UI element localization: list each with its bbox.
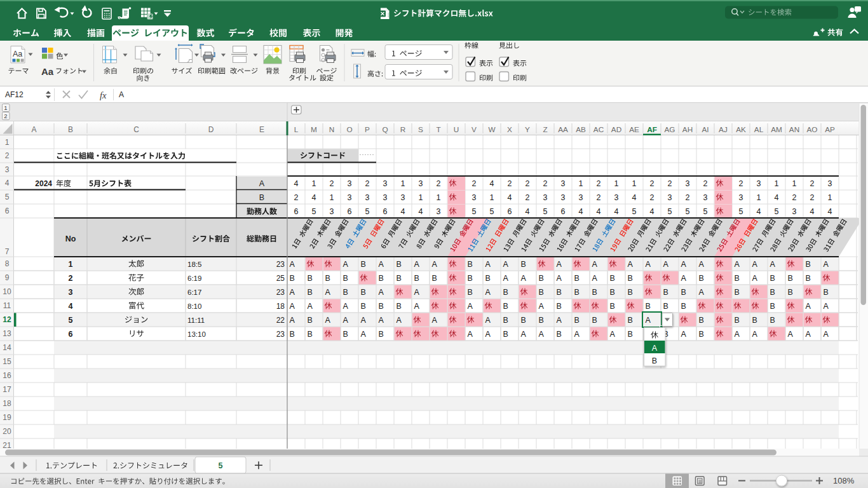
svg-text:A: A [290, 260, 295, 269]
svg-text:AL: AL [754, 125, 764, 134]
svg-text:B: B [414, 274, 419, 283]
svg-text:2024: 2024 [35, 179, 52, 188]
svg-text:4: 4 [650, 207, 654, 216]
svg-text:A: A [521, 274, 527, 283]
svg-text:B: B [343, 330, 348, 339]
svg-text:B: B [539, 316, 544, 325]
svg-text:5: 5 [472, 207, 477, 216]
svg-text:A: A [735, 330, 740, 339]
svg-text:3: 3 [686, 179, 690, 188]
svg-text:A: A [290, 302, 295, 311]
svg-text:A: A [325, 288, 331, 297]
svg-text:B: B [824, 288, 829, 297]
svg-text:B: B [770, 302, 775, 311]
svg-text:B: B [646, 302, 651, 311]
svg-text:5: 5 [312, 207, 316, 216]
svg-text:7: 7 [5, 247, 10, 256]
svg-text:B: B [788, 288, 793, 297]
svg-text:2: 2 [543, 179, 548, 188]
svg-text:AF12: AF12 [5, 90, 24, 99]
svg-text:A: A [699, 260, 705, 269]
svg-text:3: 3 [561, 193, 566, 202]
svg-text:5: 5 [5, 193, 10, 201]
svg-text:A: A [325, 316, 331, 325]
svg-text:A: A [806, 302, 811, 311]
svg-text:AJ: AJ [719, 125, 728, 134]
svg-text:5: 5 [739, 207, 743, 216]
svg-text:4: 4 [632, 193, 637, 202]
svg-text:T: T [436, 125, 440, 134]
svg-text:B: B [290, 330, 295, 339]
svg-text:A: A [752, 260, 758, 269]
svg-text:A: A [628, 260, 634, 269]
svg-text:2: 2 [472, 179, 477, 188]
svg-text:B: B [592, 288, 597, 297]
svg-text:A: A [485, 316, 491, 325]
svg-text:3: 3 [543, 193, 548, 202]
svg-text:1: 1 [401, 179, 405, 188]
svg-text:A: A [557, 260, 562, 269]
svg-text:A: A [539, 330, 545, 339]
svg-text:B: B [539, 274, 544, 283]
svg-text:A: A [397, 316, 402, 325]
svg-text:A: A [468, 302, 473, 311]
svg-text:2: 2 [810, 179, 815, 188]
svg-text:A: A [770, 260, 776, 269]
svg-text:2: 2 [668, 179, 672, 188]
svg-text:AI: AI [702, 125, 709, 134]
svg-text:18: 18 [276, 302, 285, 311]
svg-text:A: A [414, 288, 420, 297]
svg-text:N: N [329, 125, 335, 134]
svg-text:A: A [592, 260, 598, 269]
svg-text:2: 2 [5, 151, 10, 160]
svg-text:3: 3 [614, 193, 619, 202]
svg-text:B: B [361, 302, 366, 311]
svg-text:A: A [361, 330, 367, 339]
svg-text:B: B [259, 193, 264, 202]
svg-text:1: 1 [437, 193, 441, 202]
svg-text:6: 6 [383, 207, 388, 216]
svg-text:1: 1 [4, 104, 7, 111]
svg-text:M: M [311, 125, 317, 134]
svg-text:B: B [735, 288, 740, 297]
svg-text:4: 4 [401, 207, 405, 216]
svg-text:6: 6 [5, 207, 10, 215]
svg-text:1: 1 [69, 260, 73, 269]
svg-text:11:11: 11:11 [187, 316, 205, 324]
svg-text:AO: AO [806, 125, 817, 134]
svg-text:4: 4 [69, 302, 73, 311]
svg-text:A: A [414, 260, 420, 269]
svg-text:B: B [521, 316, 526, 325]
svg-text:4: 4 [810, 207, 815, 216]
svg-text:10: 10 [3, 287, 11, 296]
svg-text:20: 20 [3, 427, 11, 436]
svg-text:A: A [414, 302, 420, 311]
svg-text:B: B [397, 274, 402, 283]
svg-text:A: A [379, 316, 384, 325]
svg-text:2: 2 [792, 193, 797, 202]
svg-text:A: A [31, 125, 36, 134]
svg-text:6:19: 6:19 [187, 274, 201, 282]
svg-text:3: 3 [437, 207, 441, 216]
svg-text:15: 15 [3, 357, 11, 366]
svg-text:B: B [628, 316, 633, 325]
svg-text:5: 5 [632, 207, 637, 216]
svg-text:B: B [806, 274, 811, 283]
svg-text:B: B [379, 274, 384, 283]
svg-text:B: B [699, 316, 704, 325]
svg-text:B: B [308, 274, 313, 283]
svg-text:A: A [379, 288, 384, 297]
svg-text:3: 3 [5, 165, 10, 174]
svg-text:B: B [557, 330, 562, 339]
svg-text:4: 4 [294, 179, 299, 188]
svg-text:2: 2 [597, 193, 601, 202]
svg-text:Z: Z [543, 125, 547, 134]
svg-text:4: 4 [526, 207, 530, 216]
svg-text:B: B [681, 302, 686, 311]
svg-text:AH: AH [682, 125, 693, 134]
svg-text:B: B [592, 316, 597, 325]
svg-text:A: A [824, 260, 829, 269]
svg-text:V: V [471, 125, 477, 134]
svg-text:B: B [290, 274, 295, 283]
svg-text:B: B [503, 316, 508, 325]
